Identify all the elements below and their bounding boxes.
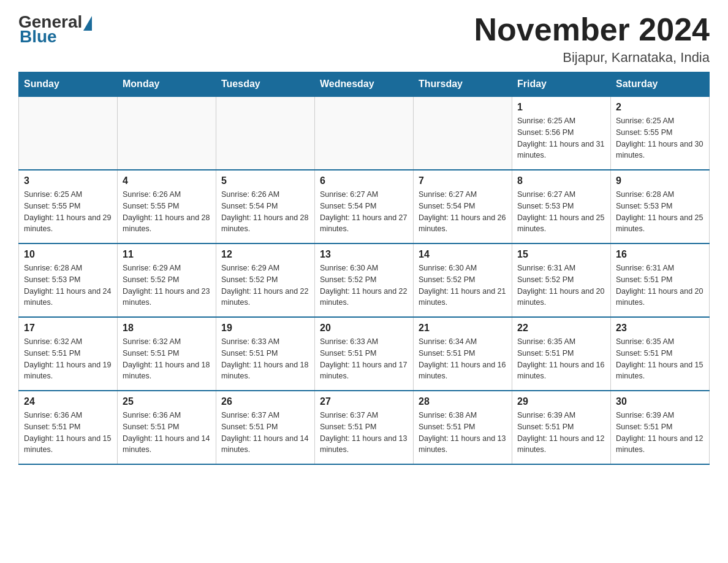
calendar-header-row: SundayMondayTuesdayWednesdayThursdayFrid…: [19, 72, 710, 97]
page-header: General Blue November 2024 Bijapur, Karn…: [18, 12, 710, 66]
day-info: Sunrise: 6:30 AM Sunset: 5:52 PM Dayligh…: [419, 262, 507, 308]
calendar-cell: 25Sunrise: 6:36 AM Sunset: 5:51 PM Dayli…: [118, 391, 216, 464]
day-info: Sunrise: 6:27 AM Sunset: 5:54 PM Dayligh…: [419, 189, 507, 235]
day-number: 17: [24, 323, 112, 334]
day-number: 3: [24, 175, 112, 186]
day-info: Sunrise: 6:30 AM Sunset: 5:52 PM Dayligh…: [320, 262, 408, 308]
day-number: 23: [616, 323, 704, 334]
day-number: 19: [221, 323, 309, 334]
day-info: Sunrise: 6:32 AM Sunset: 5:51 PM Dayligh…: [123, 336, 211, 382]
calendar-cell: 30Sunrise: 6:39 AM Sunset: 5:51 PM Dayli…: [611, 391, 710, 464]
calendar-cell: 5Sunrise: 6:26 AM Sunset: 5:54 PM Daylig…: [216, 170, 315, 243]
calendar-cell: [216, 96, 315, 170]
day-number: 9: [616, 175, 704, 186]
calendar-header-saturday: Saturday: [611, 72, 710, 97]
calendar-cell: 2Sunrise: 6:25 AM Sunset: 5:55 PM Daylig…: [611, 96, 710, 170]
calendar-cell: 28Sunrise: 6:38 AM Sunset: 5:51 PM Dayli…: [414, 391, 512, 464]
calendar-cell: 23Sunrise: 6:35 AM Sunset: 5:51 PM Dayli…: [611, 317, 710, 391]
calendar-cell: 8Sunrise: 6:27 AM Sunset: 5:53 PM Daylig…: [512, 170, 611, 243]
day-info: Sunrise: 6:26 AM Sunset: 5:54 PM Dayligh…: [221, 189, 309, 235]
calendar-header-tuesday: Tuesday: [216, 72, 315, 97]
calendar-cell: 10Sunrise: 6:28 AM Sunset: 5:53 PM Dayli…: [19, 243, 118, 317]
calendar-cell: 22Sunrise: 6:35 AM Sunset: 5:51 PM Dayli…: [512, 317, 611, 391]
day-info: Sunrise: 6:27 AM Sunset: 5:53 PM Dayligh…: [517, 189, 605, 235]
calendar-cell: 11Sunrise: 6:29 AM Sunset: 5:52 PM Dayli…: [118, 243, 216, 317]
logo-blue-text: Blue: [20, 27, 57, 47]
day-info: Sunrise: 6:31 AM Sunset: 5:52 PM Dayligh…: [517, 262, 605, 308]
day-number: 30: [616, 396, 704, 407]
calendar-cell: 9Sunrise: 6:28 AM Sunset: 5:53 PM Daylig…: [611, 170, 710, 243]
day-number: 27: [320, 396, 408, 407]
day-info: Sunrise: 6:25 AM Sunset: 5:56 PM Dayligh…: [517, 115, 605, 161]
calendar-header-monday: Monday: [118, 72, 216, 97]
day-number: 8: [517, 175, 605, 186]
day-number: 15: [517, 249, 605, 260]
day-number: 5: [221, 175, 309, 186]
day-info: Sunrise: 6:37 AM Sunset: 5:51 PM Dayligh…: [320, 410, 408, 456]
calendar-week-5: 24Sunrise: 6:36 AM Sunset: 5:51 PM Dayli…: [19, 391, 710, 464]
calendar-cell: 24Sunrise: 6:36 AM Sunset: 5:51 PM Dayli…: [19, 391, 118, 464]
calendar-table: SundayMondayTuesdayWednesdayThursdayFrid…: [18, 72, 710, 465]
calendar-subtitle: Bijapur, Karnataka, India: [474, 50, 710, 66]
day-info: Sunrise: 6:28 AM Sunset: 5:53 PM Dayligh…: [616, 189, 704, 235]
calendar-week-4: 17Sunrise: 6:32 AM Sunset: 5:51 PM Dayli…: [19, 317, 710, 391]
day-info: Sunrise: 6:25 AM Sunset: 5:55 PM Dayligh…: [24, 189, 112, 235]
calendar-cell: 26Sunrise: 6:37 AM Sunset: 5:51 PM Dayli…: [216, 391, 315, 464]
day-info: Sunrise: 6:33 AM Sunset: 5:51 PM Dayligh…: [320, 336, 408, 382]
day-info: Sunrise: 6:34 AM Sunset: 5:51 PM Dayligh…: [419, 336, 507, 382]
calendar-cell: [414, 96, 512, 170]
calendar-header-friday: Friday: [512, 72, 611, 97]
calendar-cell: 7Sunrise: 6:27 AM Sunset: 5:54 PM Daylig…: [414, 170, 512, 243]
day-info: Sunrise: 6:36 AM Sunset: 5:51 PM Dayligh…: [123, 410, 211, 456]
day-number: 25: [123, 396, 211, 407]
calendar-cell: 21Sunrise: 6:34 AM Sunset: 5:51 PM Dayli…: [414, 317, 512, 391]
day-number: 29: [517, 396, 605, 407]
day-info: Sunrise: 6:36 AM Sunset: 5:51 PM Dayligh…: [24, 410, 112, 456]
logo: General Blue: [18, 12, 92, 47]
calendar-title: November 2024: [474, 12, 710, 47]
calendar-cell: 1Sunrise: 6:25 AM Sunset: 5:56 PM Daylig…: [512, 96, 611, 170]
day-info: Sunrise: 6:32 AM Sunset: 5:51 PM Dayligh…: [24, 336, 112, 382]
day-number: 6: [320, 175, 408, 186]
day-number: 18: [123, 323, 211, 334]
calendar-cell: 14Sunrise: 6:30 AM Sunset: 5:52 PM Dayli…: [414, 243, 512, 317]
day-number: 26: [221, 396, 309, 407]
logo-triangle-icon: [83, 16, 92, 31]
calendar-cell: 16Sunrise: 6:31 AM Sunset: 5:51 PM Dayli…: [611, 243, 710, 317]
day-number: 13: [320, 249, 408, 260]
day-info: Sunrise: 6:39 AM Sunset: 5:51 PM Dayligh…: [517, 410, 605, 456]
calendar-week-1: 1Sunrise: 6:25 AM Sunset: 5:56 PM Daylig…: [19, 96, 710, 170]
calendar-cell: 12Sunrise: 6:29 AM Sunset: 5:52 PM Dayli…: [216, 243, 315, 317]
calendar-header-sunday: Sunday: [19, 72, 118, 97]
day-number: 21: [419, 323, 507, 334]
day-number: 2: [616, 102, 704, 113]
day-number: 24: [24, 396, 112, 407]
day-info: Sunrise: 6:35 AM Sunset: 5:51 PM Dayligh…: [517, 336, 605, 382]
calendar-cell: 13Sunrise: 6:30 AM Sunset: 5:52 PM Dayli…: [315, 243, 414, 317]
day-info: Sunrise: 6:39 AM Sunset: 5:51 PM Dayligh…: [616, 410, 704, 456]
day-number: 1: [517, 102, 605, 113]
calendar-header-thursday: Thursday: [414, 72, 512, 97]
calendar-cell: 29Sunrise: 6:39 AM Sunset: 5:51 PM Dayli…: [512, 391, 611, 464]
day-number: 12: [221, 249, 309, 260]
calendar-cell: [19, 96, 118, 170]
calendar-cell: [315, 96, 414, 170]
day-info: Sunrise: 6:26 AM Sunset: 5:55 PM Dayligh…: [123, 189, 211, 235]
day-info: Sunrise: 6:35 AM Sunset: 5:51 PM Dayligh…: [616, 336, 704, 382]
calendar-cell: 18Sunrise: 6:32 AM Sunset: 5:51 PM Dayli…: [118, 317, 216, 391]
calendar-cell: [118, 96, 216, 170]
day-info: Sunrise: 6:25 AM Sunset: 5:55 PM Dayligh…: [616, 115, 704, 161]
day-number: 11: [123, 249, 211, 260]
day-number: 14: [419, 249, 507, 260]
calendar-cell: 4Sunrise: 6:26 AM Sunset: 5:55 PM Daylig…: [118, 170, 216, 243]
day-info: Sunrise: 6:37 AM Sunset: 5:51 PM Dayligh…: [221, 410, 309, 456]
day-info: Sunrise: 6:31 AM Sunset: 5:51 PM Dayligh…: [616, 262, 704, 308]
day-number: 16: [616, 249, 704, 260]
day-info: Sunrise: 6:33 AM Sunset: 5:51 PM Dayligh…: [221, 336, 309, 382]
day-info: Sunrise: 6:28 AM Sunset: 5:53 PM Dayligh…: [24, 262, 112, 308]
day-number: 22: [517, 323, 605, 334]
calendar-cell: 15Sunrise: 6:31 AM Sunset: 5:52 PM Dayli…: [512, 243, 611, 317]
day-number: 7: [419, 175, 507, 186]
title-block: November 2024 Bijapur, Karnataka, India: [474, 12, 710, 66]
calendar-cell: 27Sunrise: 6:37 AM Sunset: 5:51 PM Dayli…: [315, 391, 414, 464]
